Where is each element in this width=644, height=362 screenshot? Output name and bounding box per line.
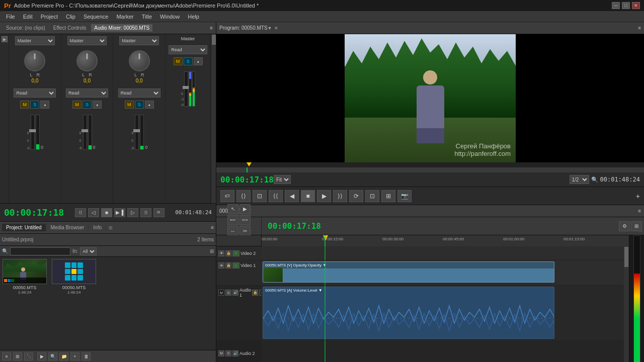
window-controls[interactable]: ─ □ ✕ xyxy=(612,2,640,9)
channel2-extra-btn[interactable]: ● xyxy=(93,101,102,109)
tab-project[interactable]: Project: Untitled xyxy=(2,224,46,231)
tl-btn-settings[interactable]: ⚙ xyxy=(619,221,630,231)
tab-effect-controls[interactable]: Effect Controls xyxy=(50,24,89,32)
project-panel-menu[interactable]: ≡ xyxy=(211,225,214,230)
master-mute-btn[interactable]: M xyxy=(174,57,183,65)
v1-target-btn[interactable]: V xyxy=(232,262,239,268)
tool-selection[interactable]: ↖ xyxy=(227,204,238,214)
media-item-1[interactable]: 00050.MTS 1:48:24 xyxy=(2,259,47,295)
mixer-scroll-thumb[interactable] xyxy=(212,35,216,45)
master-solo-btn[interactable]: S xyxy=(184,57,193,65)
menu-window[interactable]: Window xyxy=(156,13,184,21)
tool-ripple[interactable]: ⟵ xyxy=(227,215,238,225)
menu-sequence[interactable]: Sequence xyxy=(79,13,113,21)
ctrl-go-in[interactable]: ⟨⟨ xyxy=(269,190,283,202)
channel2-fader-track[interactable] xyxy=(83,115,87,150)
footer-icon-view[interactable]: ⊞ xyxy=(13,352,22,360)
channel2-mute-btn[interactable]: M xyxy=(72,101,82,109)
transport-play-stop[interactable]: ▶▐ xyxy=(114,208,125,217)
video-clip-1[interactable]: 00050.MTS [V] Opacity:Opacity ▼ xyxy=(263,261,554,283)
track-lane-audio1[interactable]: 00050.MTS [A] Volume:Level ▼ xyxy=(262,286,629,341)
footer-list-view[interactable]: ≡ xyxy=(2,352,11,360)
monitor-panel-menu[interactable]: ≡ xyxy=(638,25,641,31)
in-select[interactable]: All xyxy=(80,247,97,255)
a1-solo-btn[interactable]: S xyxy=(225,290,231,296)
footer-new-bin[interactable]: 📁 xyxy=(59,352,68,360)
transport-stop[interactable]: ■ xyxy=(101,208,112,217)
ctrl-safe-margins[interactable]: ⊡ xyxy=(365,190,379,202)
a1-mute-btn[interactable]: M xyxy=(218,290,224,296)
channel1-select[interactable]: Master xyxy=(15,36,55,45)
audio-clip-1[interactable]: 00050.MTS [A] Volume:Level ▼ xyxy=(263,287,554,339)
ctrl-loop[interactable]: ⟳ xyxy=(349,190,363,202)
media-item-2[interactable]: 00050.MTS 1:48:24 xyxy=(51,259,97,295)
footer-freeform-view[interactable]: ⋱ xyxy=(24,352,33,360)
quality-select[interactable]: 1/2 Full xyxy=(570,175,589,184)
search-input[interactable] xyxy=(10,247,70,255)
v1-sync-btn[interactable]: 🔒 xyxy=(225,262,231,268)
ctrl-mark-in[interactable]: 🏷 xyxy=(220,190,234,202)
channel3-mute-btn[interactable]: M xyxy=(125,101,134,109)
project-extra-btn[interactable]: ⊞ xyxy=(109,225,113,230)
v1-eye-btn[interactable]: 👁 xyxy=(218,262,224,268)
track-lane-video1[interactable]: 00050.MTS [V] Opacity:Opacity ▼ xyxy=(262,260,629,286)
a2-mute-btn[interactable]: M xyxy=(218,350,224,356)
master-fader-track[interactable] xyxy=(184,71,188,107)
menu-file[interactable]: File xyxy=(2,13,19,21)
master-extra-btn[interactable]: ● xyxy=(194,57,203,65)
transport-step-fwd[interactable]: ▷ xyxy=(127,208,138,217)
footer-automate[interactable]: ▶ xyxy=(37,352,46,360)
tool-track-select[interactable]: ▶ xyxy=(239,204,251,214)
tab-audio-mixer[interactable]: Audio Mixer: 00050.MTS xyxy=(91,24,152,32)
transport-go-in[interactable]: ⟨⟨ xyxy=(75,208,86,217)
channel1-read-select[interactable]: Read xyxy=(14,88,56,98)
v2-eye-btn[interactable]: 👁 xyxy=(218,250,224,256)
monitor-playhead-bar[interactable] xyxy=(216,162,644,167)
channel1-extra-btn[interactable]: ● xyxy=(40,101,49,109)
master-read-select[interactable]: Read xyxy=(169,45,207,54)
minimize-button[interactable]: ─ xyxy=(612,2,620,9)
ctrl-step-back[interactable]: ◀ xyxy=(285,190,299,202)
menu-help[interactable]: Help xyxy=(184,13,203,21)
menu-project[interactable]: Project xyxy=(37,13,62,21)
v2-target-btn[interactable]: V xyxy=(232,250,239,256)
channel3-knob[interactable] xyxy=(129,50,150,71)
restore-button[interactable]: □ xyxy=(622,2,630,9)
menu-clip[interactable]: Clip xyxy=(62,13,79,21)
channel3-fader-track[interactable] xyxy=(135,115,139,150)
channel2-solo-btn[interactable]: S xyxy=(83,101,92,109)
channel3-read-select[interactable]: Read xyxy=(118,88,160,98)
a2-solo-btn[interactable]: S xyxy=(225,350,231,356)
a1-lock-btn[interactable]: 🔒 xyxy=(252,290,258,296)
ctrl-go-out[interactable]: ⟩⟩ xyxy=(333,190,347,202)
ctrl-step-fwd[interactable]: ▶ xyxy=(317,190,331,202)
channel3-extra-btn[interactable]: ● xyxy=(145,101,154,109)
timeline-ruler[interactable]: 00:00:00 00:00:15:00 00:00:30:00 00:00:4… xyxy=(262,235,629,246)
menu-edit[interactable]: Edit xyxy=(19,13,37,21)
channel1-solo-btn[interactable]: S xyxy=(30,101,39,109)
ctrl-mark-out[interactable]: ⟨⟩ xyxy=(236,190,251,202)
close-button[interactable]: ✕ xyxy=(632,2,640,9)
channel3-solo-btn[interactable]: S xyxy=(135,101,144,109)
mixer-play-btn[interactable]: ▶ xyxy=(2,36,8,42)
channel2-read-select[interactable]: Read xyxy=(66,88,108,98)
footer-find[interactable]: 🔍 xyxy=(48,352,57,360)
monitor-timebar[interactable] xyxy=(216,167,644,172)
transport-loop[interactable]: ⟳ xyxy=(153,208,165,217)
timeline-vscroll-thumb[interactable] xyxy=(624,247,628,267)
menu-title[interactable]: Title xyxy=(138,13,156,21)
channel2-knob[interactable] xyxy=(76,50,98,71)
ctrl-add-marker[interactable]: ⊡ xyxy=(253,190,267,202)
zoom-icon[interactable]: 🔍 xyxy=(591,176,598,183)
footer-new-item[interactable]: + xyxy=(70,352,79,360)
a2-voice-btn[interactable]: 🔊 xyxy=(232,350,238,356)
tool-rate[interactable]: ↔ xyxy=(227,226,238,236)
program-dropdown-icon[interactable]: ▼ xyxy=(268,26,272,31)
footer-clear[interactable]: 🗑 xyxy=(82,352,91,360)
panel-menu-icon[interactable]: ≡ xyxy=(210,25,213,31)
channel3-select[interactable]: Master xyxy=(119,36,159,45)
channel1-mute-btn[interactable]: M xyxy=(20,101,29,109)
timeline-panel-menu[interactable]: ≡ xyxy=(638,208,641,214)
channel2-select[interactable]: Master xyxy=(67,36,107,45)
fit-select[interactable]: Fit xyxy=(274,175,291,184)
